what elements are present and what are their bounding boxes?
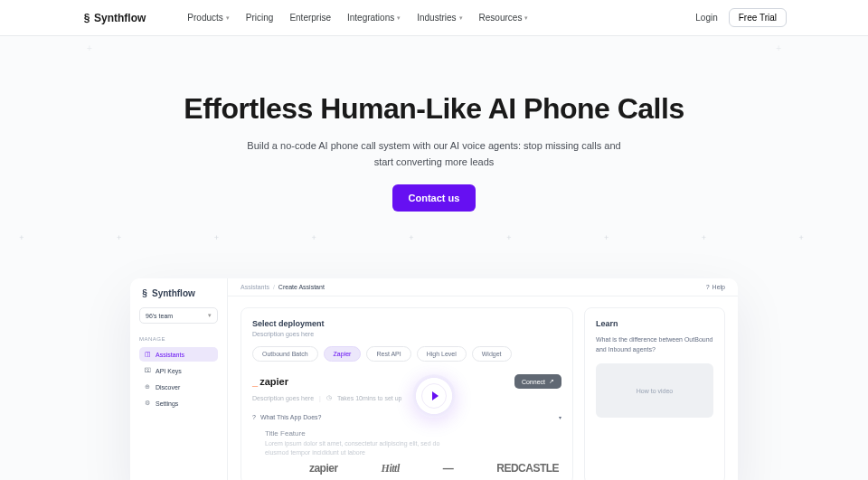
nav-item-resources[interactable]: Resources▾ [479, 13, 529, 23]
chevron-down-icon: ▾ [459, 14, 463, 22]
provider-meta: Description goes here | ◷ Takes 10mins t… [252, 394, 561, 401]
panel-title: Select deployment [252, 319, 561, 328]
learn-title: Learn [596, 319, 713, 328]
app-main: Assistants / Create Assistant ? Help Sel… [228, 278, 738, 480]
divider-dots: + + + + + + + + + + + + [0, 233, 868, 242]
chevron-down-icon: ▾ [226, 14, 230, 22]
app-preview: § Synthflow 96's team ▾ Manage ◫Assistan… [130, 278, 738, 480]
pill-zapier[interactable]: Zapier [324, 346, 362, 362]
zapier-mark-icon: _ [252, 376, 258, 387]
breadcrumb-separator: / [273, 284, 275, 290]
app-content: Select deployment Description goes here … [228, 296, 738, 480]
accordion-what-app-does[interactable]: ? What This App Does? ▾ [252, 414, 561, 420]
chevron-down-icon: ▾ [524, 14, 528, 22]
feature-desc: Lorem ipsum dolor sit amet, consectetur … [265, 439, 446, 457]
provider-row: _ zapier Connect ↗ [252, 374, 561, 389]
team-selector[interactable]: 96's team ▾ [139, 307, 218, 324]
top-nav: § Synthflow Products▾ Pricing Enterprise… [0, 0, 868, 36]
play-video-button[interactable] [412, 374, 456, 418]
hero-subtitle: Build a no-code AI phone call system wit… [244, 138, 624, 170]
logo-item: — [443, 462, 454, 475]
discover-icon: ⊕ [144, 383, 151, 391]
app-sidebar: § Synthflow 96's team ▾ Manage ◫Assistan… [130, 278, 228, 480]
learn-question: What is the difference between OutBound … [596, 335, 713, 354]
sidebar-section-label: Manage [139, 336, 218, 342]
deployment-panel: Select deployment Description goes here … [241, 307, 573, 480]
pill-rest-api[interactable]: Rest API [366, 346, 410, 362]
customer-logos: zapier Hittl — REDCASTLE [0, 462, 868, 480]
key-icon: ⚿ [144, 367, 151, 374]
help-icon: ? [706, 284, 710, 290]
clock-icon: ◷ [326, 394, 332, 401]
gear-icon: ⚙ [144, 400, 151, 407]
nav-items: Products▾ Pricing Enterprise Integration… [187, 13, 528, 23]
info-icon: ? [252, 414, 256, 420]
play-icon-circle [421, 383, 447, 409]
brand-logo[interactable]: § Synthflow [81, 12, 146, 24]
help-link[interactable]: ? Help [706, 284, 725, 290]
hero-title: Effortless Human-Like AI Phone Calls [0, 92, 868, 126]
connect-button[interactable]: Connect ↗ [514, 374, 561, 389]
nav-item-products[interactable]: Products▾ [187, 13, 229, 23]
feature-title: Title Feature [265, 429, 561, 438]
sidebar-nav: ◫Assistants ⚿API Keys ⊕Discover ⚙Setting… [139, 347, 218, 410]
pill-widget[interactable]: Widget [472, 346, 512, 362]
zapier-logo: _ zapier [252, 376, 288, 387]
assistants-icon: ◫ [144, 351, 151, 358]
nav-item-pricing[interactable]: Pricing [246, 13, 274, 23]
logo-mark-icon: § [139, 287, 150, 298]
nav-item-enterprise[interactable]: Enterprise [289, 13, 331, 23]
nav-right: Login Free Trial [695, 8, 787, 27]
sidebar-item-assistants[interactable]: ◫Assistants [139, 347, 218, 362]
logo-mark-icon: § [81, 13, 92, 24]
nav-item-integrations[interactable]: Integrations▾ [347, 13, 401, 23]
free-trial-button[interactable]: Free Trial [729, 8, 787, 27]
nav-item-industries[interactable]: Industries▾ [417, 13, 462, 23]
learn-panel: Learn What is the difference between Out… [584, 307, 725, 480]
logo-item: REDCASTLE [496, 462, 559, 475]
chevron-down-icon: ▾ [208, 312, 212, 319]
contact-us-button[interactable]: Contact us [392, 184, 476, 212]
logo-item: Hittl [382, 462, 400, 475]
deployment-pills: Outbound Batch Zapier Rest API High Leve… [252, 346, 561, 362]
app-logo[interactable]: § Synthflow [139, 287, 218, 298]
sidebar-item-api-keys[interactable]: ⚿API Keys [139, 363, 218, 378]
hero-section: Effortless Human-Like AI Phone Calls Bui… [0, 36, 868, 278]
breadcrumb-root[interactable]: Assistants [241, 284, 269, 290]
logo-item: zapier [309, 462, 338, 475]
external-link-icon: ↗ [549, 378, 554, 385]
chevron-down-icon: ▾ [397, 14, 401, 22]
feature-block: Title Feature Lorem ipsum dolor sit amet… [252, 429, 561, 457]
panel-subtitle: Description goes here [252, 331, 561, 337]
brand-name: Synthflow [94, 12, 146, 24]
pill-outbound-batch[interactable]: Outbound Batch [252, 346, 318, 362]
breadcrumb-current: Create Assistant [278, 284, 325, 290]
breadcrumb-bar: Assistants / Create Assistant ? Help [228, 278, 738, 296]
sidebar-item-discover[interactable]: ⊕Discover [139, 380, 218, 394]
sidebar-item-settings[interactable]: ⚙Settings [139, 396, 218, 410]
how-to-video[interactable]: How to video [596, 363, 713, 418]
play-icon [432, 391, 439, 400]
pill-high-level[interactable]: High Level [417, 346, 467, 362]
chevron-down-icon: ▾ [559, 414, 561, 420]
login-link[interactable]: Login [695, 13, 717, 23]
